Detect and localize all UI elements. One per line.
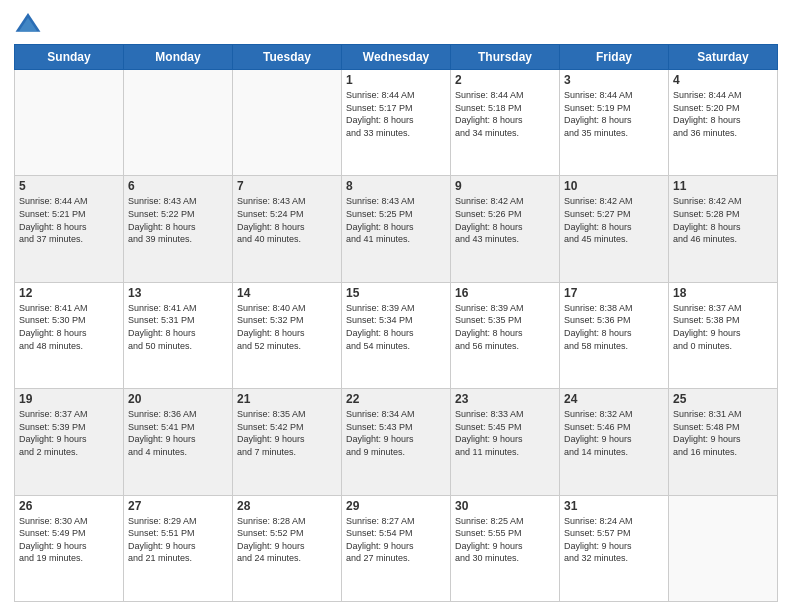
calendar-cell: 12Sunrise: 8:41 AM Sunset: 5:30 PM Dayli… [15,282,124,388]
calendar: SundayMondayTuesdayWednesdayThursdayFrid… [14,44,778,602]
calendar-cell: 17Sunrise: 8:38 AM Sunset: 5:36 PM Dayli… [560,282,669,388]
calendar-cell [233,70,342,176]
day-number: 21 [237,392,337,406]
weekday-header: Thursday [451,45,560,70]
weekday-header: Tuesday [233,45,342,70]
calendar-cell: 7Sunrise: 8:43 AM Sunset: 5:24 PM Daylig… [233,176,342,282]
weekday-header: Sunday [15,45,124,70]
day-info: Sunrise: 8:42 AM Sunset: 5:28 PM Dayligh… [673,195,773,245]
day-info: Sunrise: 8:41 AM Sunset: 5:31 PM Dayligh… [128,302,228,352]
day-number: 2 [455,73,555,87]
day-info: Sunrise: 8:41 AM Sunset: 5:30 PM Dayligh… [19,302,119,352]
calendar-week-row: 1Sunrise: 8:44 AM Sunset: 5:17 PM Daylig… [15,70,778,176]
day-number: 31 [564,499,664,513]
calendar-cell: 29Sunrise: 8:27 AM Sunset: 5:54 PM Dayli… [342,495,451,601]
day-info: Sunrise: 8:37 AM Sunset: 5:38 PM Dayligh… [673,302,773,352]
calendar-cell: 13Sunrise: 8:41 AM Sunset: 5:31 PM Dayli… [124,282,233,388]
calendar-cell: 21Sunrise: 8:35 AM Sunset: 5:42 PM Dayli… [233,389,342,495]
day-number: 9 [455,179,555,193]
calendar-cell: 11Sunrise: 8:42 AM Sunset: 5:28 PM Dayli… [669,176,778,282]
day-number: 18 [673,286,773,300]
day-number: 29 [346,499,446,513]
calendar-cell: 22Sunrise: 8:34 AM Sunset: 5:43 PM Dayli… [342,389,451,495]
calendar-cell: 1Sunrise: 8:44 AM Sunset: 5:17 PM Daylig… [342,70,451,176]
day-info: Sunrise: 8:44 AM Sunset: 5:18 PM Dayligh… [455,89,555,139]
calendar-cell: 6Sunrise: 8:43 AM Sunset: 5:22 PM Daylig… [124,176,233,282]
calendar-cell: 26Sunrise: 8:30 AM Sunset: 5:49 PM Dayli… [15,495,124,601]
day-number: 22 [346,392,446,406]
day-number: 1 [346,73,446,87]
calendar-cell: 5Sunrise: 8:44 AM Sunset: 5:21 PM Daylig… [15,176,124,282]
day-info: Sunrise: 8:38 AM Sunset: 5:36 PM Dayligh… [564,302,664,352]
weekday-header: Saturday [669,45,778,70]
calendar-cell: 8Sunrise: 8:43 AM Sunset: 5:25 PM Daylig… [342,176,451,282]
calendar-cell: 24Sunrise: 8:32 AM Sunset: 5:46 PM Dayli… [560,389,669,495]
day-info: Sunrise: 8:44 AM Sunset: 5:20 PM Dayligh… [673,89,773,139]
calendar-cell: 3Sunrise: 8:44 AM Sunset: 5:19 PM Daylig… [560,70,669,176]
day-number: 11 [673,179,773,193]
day-number: 4 [673,73,773,87]
calendar-cell: 31Sunrise: 8:24 AM Sunset: 5:57 PM Dayli… [560,495,669,601]
weekday-header-row: SundayMondayTuesdayWednesdayThursdayFrid… [15,45,778,70]
day-info: Sunrise: 8:37 AM Sunset: 5:39 PM Dayligh… [19,408,119,458]
calendar-cell: 10Sunrise: 8:42 AM Sunset: 5:27 PM Dayli… [560,176,669,282]
day-info: Sunrise: 8:28 AM Sunset: 5:52 PM Dayligh… [237,515,337,565]
day-info: Sunrise: 8:32 AM Sunset: 5:46 PM Dayligh… [564,408,664,458]
day-number: 6 [128,179,228,193]
day-number: 25 [673,392,773,406]
calendar-cell: 9Sunrise: 8:42 AM Sunset: 5:26 PM Daylig… [451,176,560,282]
calendar-cell: 20Sunrise: 8:36 AM Sunset: 5:41 PM Dayli… [124,389,233,495]
day-info: Sunrise: 8:42 AM Sunset: 5:27 PM Dayligh… [564,195,664,245]
day-info: Sunrise: 8:43 AM Sunset: 5:24 PM Dayligh… [237,195,337,245]
day-number: 28 [237,499,337,513]
calendar-week-row: 26Sunrise: 8:30 AM Sunset: 5:49 PM Dayli… [15,495,778,601]
calendar-cell: 30Sunrise: 8:25 AM Sunset: 5:55 PM Dayli… [451,495,560,601]
day-info: Sunrise: 8:24 AM Sunset: 5:57 PM Dayligh… [564,515,664,565]
calendar-cell: 18Sunrise: 8:37 AM Sunset: 5:38 PM Dayli… [669,282,778,388]
day-info: Sunrise: 8:44 AM Sunset: 5:19 PM Dayligh… [564,89,664,139]
page: SundayMondayTuesdayWednesdayThursdayFrid… [0,0,792,612]
day-info: Sunrise: 8:36 AM Sunset: 5:41 PM Dayligh… [128,408,228,458]
day-info: Sunrise: 8:44 AM Sunset: 5:17 PM Dayligh… [346,89,446,139]
calendar-cell: 14Sunrise: 8:40 AM Sunset: 5:32 PM Dayli… [233,282,342,388]
day-info: Sunrise: 8:43 AM Sunset: 5:22 PM Dayligh… [128,195,228,245]
day-info: Sunrise: 8:39 AM Sunset: 5:35 PM Dayligh… [455,302,555,352]
day-number: 14 [237,286,337,300]
calendar-week-row: 12Sunrise: 8:41 AM Sunset: 5:30 PM Dayli… [15,282,778,388]
calendar-cell: 28Sunrise: 8:28 AM Sunset: 5:52 PM Dayli… [233,495,342,601]
day-number: 12 [19,286,119,300]
calendar-cell: 15Sunrise: 8:39 AM Sunset: 5:34 PM Dayli… [342,282,451,388]
calendar-cell: 16Sunrise: 8:39 AM Sunset: 5:35 PM Dayli… [451,282,560,388]
day-info: Sunrise: 8:43 AM Sunset: 5:25 PM Dayligh… [346,195,446,245]
day-info: Sunrise: 8:33 AM Sunset: 5:45 PM Dayligh… [455,408,555,458]
calendar-cell [15,70,124,176]
logo-icon [14,10,42,38]
calendar-cell: 23Sunrise: 8:33 AM Sunset: 5:45 PM Dayli… [451,389,560,495]
weekday-header: Monday [124,45,233,70]
day-number: 13 [128,286,228,300]
day-number: 17 [564,286,664,300]
day-info: Sunrise: 8:39 AM Sunset: 5:34 PM Dayligh… [346,302,446,352]
day-info: Sunrise: 8:42 AM Sunset: 5:26 PM Dayligh… [455,195,555,245]
calendar-week-row: 5Sunrise: 8:44 AM Sunset: 5:21 PM Daylig… [15,176,778,282]
calendar-cell [124,70,233,176]
day-number: 16 [455,286,555,300]
day-number: 20 [128,392,228,406]
day-number: 24 [564,392,664,406]
day-number: 30 [455,499,555,513]
calendar-week-row: 19Sunrise: 8:37 AM Sunset: 5:39 PM Dayli… [15,389,778,495]
day-info: Sunrise: 8:40 AM Sunset: 5:32 PM Dayligh… [237,302,337,352]
day-info: Sunrise: 8:35 AM Sunset: 5:42 PM Dayligh… [237,408,337,458]
day-info: Sunrise: 8:31 AM Sunset: 5:48 PM Dayligh… [673,408,773,458]
day-info: Sunrise: 8:25 AM Sunset: 5:55 PM Dayligh… [455,515,555,565]
day-info: Sunrise: 8:44 AM Sunset: 5:21 PM Dayligh… [19,195,119,245]
calendar-cell: 27Sunrise: 8:29 AM Sunset: 5:51 PM Dayli… [124,495,233,601]
calendar-cell: 4Sunrise: 8:44 AM Sunset: 5:20 PM Daylig… [669,70,778,176]
weekday-header: Friday [560,45,669,70]
day-info: Sunrise: 8:27 AM Sunset: 5:54 PM Dayligh… [346,515,446,565]
header [14,10,778,38]
calendar-cell: 19Sunrise: 8:37 AM Sunset: 5:39 PM Dayli… [15,389,124,495]
day-number: 15 [346,286,446,300]
logo [14,10,46,38]
weekday-header: Wednesday [342,45,451,70]
